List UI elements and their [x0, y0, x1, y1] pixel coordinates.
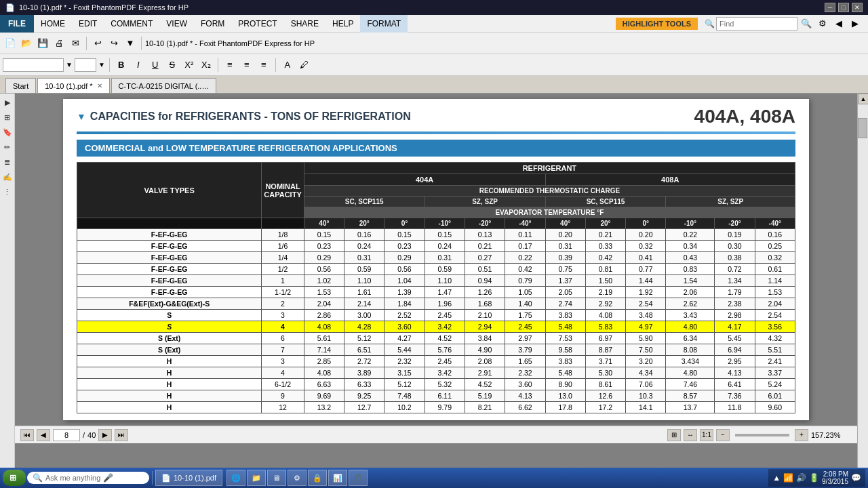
data-cell: 6.01 — [755, 390, 795, 402]
zoom-in-button[interactable]: + — [795, 429, 808, 441]
find-input[interactable] — [716, 17, 797, 30]
comment-menu[interactable]: COMMENT — [104, 15, 159, 33]
sidebar-nav[interactable]: ▶ — [1, 96, 14, 108]
data-cell: 0.16 — [755, 229, 795, 241]
font-size-arrow[interactable]: ▼ — [98, 61, 105, 68]
align-right-button[interactable]: ≡ — [256, 58, 271, 73]
tab-start[interactable]: Start — [5, 78, 36, 93]
sidebar-more[interactable]: ⋮ — [1, 186, 14, 198]
print-icon[interactable]: 🖨 — [52, 36, 66, 51]
zoom-slider[interactable] — [735, 434, 789, 436]
file-menu[interactable]: FILE — [0, 15, 34, 33]
superscript-button[interactable]: X² — [182, 58, 197, 73]
notifications-icon[interactable]: 💬 — [851, 473, 861, 483]
bottom-bar: ⏮ ◀ / 40 ▶ ⏭ ⊞ ↔ 1:1 − + 157.23% — [15, 426, 857, 443]
taskbar-app-edge[interactable]: 🌐 — [226, 470, 245, 486]
scrollbar-thumb[interactable] — [858, 118, 867, 138]
network-icon[interactable]: 📶 — [783, 473, 793, 483]
close-button[interactable]: ✕ — [852, 3, 863, 12]
fit-width-button[interactable]: ↔ — [684, 429, 697, 441]
taskbar-app-4[interactable]: ⚙ — [288, 470, 307, 486]
minimize-button[interactable]: ─ — [825, 3, 835, 12]
prev-page-button[interactable]: ◀ — [37, 429, 50, 441]
search-bar[interactable]: 🔍 Ask me anything 🎤 — [27, 472, 149, 484]
scrollbar-track[interactable] — [858, 104, 868, 477]
tab-other[interactable]: C-TC-A-0215 DIGITAL (..… — [111, 78, 217, 93]
last-page-button[interactable]: ⏭ — [115, 429, 128, 441]
data-cell: 0.22 — [666, 229, 715, 241]
sidebar-sign[interactable]: ✍ — [1, 171, 14, 183]
tray-up-icon[interactable]: ▲ — [772, 473, 781, 483]
font-size-input[interactable]: 9 — [75, 58, 96, 72]
undo-icon[interactable]: ↩ — [90, 36, 105, 51]
find-button[interactable]: 🔍 — [799, 16, 814, 31]
edit-menu[interactable]: EDIT — [72, 15, 104, 33]
format-menu[interactable]: FORMAT — [360, 15, 408, 33]
data-cell: 3.00 — [344, 310, 384, 321]
taskbar-app-files[interactable]: 📁 — [247, 470, 266, 486]
align-left-button[interactable]: ≡ — [222, 58, 237, 73]
valve-cell: F-EF-G-EG — [77, 229, 262, 241]
subscript-button[interactable]: X₂ — [199, 58, 214, 73]
actual-size-button[interactable]: 1:1 — [700, 429, 713, 441]
email-icon[interactable]: ✉ — [68, 36, 83, 51]
data-cell: 2.94 — [465, 321, 505, 333]
more-icon[interactable]: ▼ — [123, 36, 138, 51]
data-cell: 2.62 — [666, 298, 715, 310]
start-button[interactable]: ⊞ — [3, 470, 26, 486]
ref404a-header: 404A — [304, 174, 545, 186]
tab-document[interactable]: 10-10 (1).pdf * ✕ — [37, 78, 109, 93]
tab-document-close[interactable]: ✕ — [97, 82, 102, 89]
taskbar-app-5[interactable]: 🔒 — [308, 470, 327, 486]
highlight-tools-button[interactable]: HIGHLIGHT TOOLS — [616, 18, 698, 30]
find-next[interactable]: ▶ — [848, 16, 863, 31]
data-cell: 2.95 — [715, 356, 755, 367]
open-icon[interactable]: 📂 — [19, 36, 34, 51]
underline-button[interactable]: U — [148, 58, 163, 73]
sidebar-thumb[interactable]: ⊞ — [1, 111, 14, 123]
table-row: H99.699.257.486.115.194.1313.012.610.38.… — [77, 390, 795, 402]
current-page-input[interactable] — [53, 429, 80, 441]
redo-icon[interactable]: ↪ — [106, 36, 121, 51]
taskbar-app-6[interactable]: 📊 — [328, 470, 347, 486]
maximize-button[interactable]: □ — [838, 3, 849, 12]
battery-icon[interactable]: 🔋 — [809, 473, 819, 483]
find-settings[interactable]: ⚙ — [815, 16, 830, 31]
align-center-button[interactable]: ≡ — [239, 58, 254, 73]
home-menu[interactable]: HOME — [34, 15, 72, 33]
find-prev[interactable]: ◀ — [831, 16, 846, 31]
strikethrough-button[interactable]: S — [165, 58, 180, 73]
help-menu[interactable]: HELP — [326, 15, 360, 33]
sidebar-layer[interactable]: ≣ — [1, 156, 14, 168]
font-name-arrow[interactable]: ▼ — [66, 61, 73, 68]
font-name-input[interactable]: Helvetica — [3, 58, 64, 72]
share-menu[interactable]: SHARE — [284, 15, 326, 33]
fit-page-button[interactable]: ⊞ — [667, 429, 681, 441]
view-menu[interactable]: VIEW — [159, 15, 194, 33]
italic-button[interactable]: I — [131, 58, 146, 73]
protect-menu[interactable]: PROTECT — [231, 15, 283, 33]
new-icon[interactable]: 📄 — [3, 36, 18, 51]
table-row: H32.852.722.322.452.081.653.833.713.203.… — [77, 356, 795, 367]
zoom-out-button[interactable]: − — [716, 429, 730, 441]
volume-icon[interactable]: 🔊 — [796, 473, 806, 483]
form-menu[interactable]: FORM — [194, 15, 231, 33]
sidebar-bookmark[interactable]: 🔖 — [1, 126, 14, 138]
save-icon[interactable]: 💾 — [35, 36, 50, 51]
sz-szp-404-header: SZ, SZP — [425, 197, 545, 207]
taskbar-foxit[interactable]: 📄 10-10 (1).pdf — [155, 470, 222, 486]
next-page-button[interactable]: ▶ — [98, 429, 112, 441]
table-row: F-EF-G-EG1/40.290.310.290.310.270.220.39… — [77, 252, 795, 264]
data-cell: 4.97 — [626, 321, 666, 333]
highlight-button[interactable]: 🖊 — [297, 58, 312, 73]
ref408a-header: 408A — [545, 174, 795, 186]
sidebar-annot[interactable]: ✏ — [1, 141, 14, 153]
scroll-up-button[interactable]: ▲ — [858, 94, 868, 104]
color-button[interactable]: A — [280, 58, 295, 73]
taskbar-app-7[interactable]: 🎵 — [349, 470, 368, 486]
first-page-button[interactable]: ⏮ — [20, 429, 34, 441]
taskbar-app-3[interactable]: 🖥 — [267, 470, 286, 486]
data-cell: 0.94 — [465, 275, 505, 287]
data-cell: 1.92 — [626, 287, 666, 298]
bold-button[interactable]: B — [114, 58, 129, 73]
